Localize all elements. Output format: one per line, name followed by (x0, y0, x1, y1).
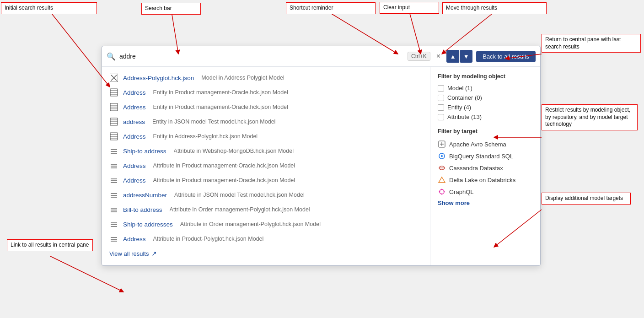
filter-target-delta[interactable]: Delta Lake on Databricks (438, 174, 533, 186)
search-panel: 🔍 Ctrl+K × ▲ ▼ Back to all results (102, 46, 541, 266)
filter-checkbox-entity[interactable] (438, 104, 444, 111)
view-all-arrow-icon: ↗ (151, 250, 157, 257)
attribute-icon (109, 161, 118, 170)
result-name: Ship-to addresses (123, 221, 173, 228)
result-name: Address (123, 177, 146, 184)
svg-point-59 (441, 189, 443, 190)
annotation-shortcut-reminder: Shortcut reminder (286, 2, 376, 14)
nav-up-button[interactable]: ▲ (446, 50, 459, 63)
filter-item-container[interactable]: Container (0) (438, 93, 533, 102)
nav-btn-group: ▲ ▼ (446, 50, 472, 63)
show-more-button[interactable]: Show more (438, 198, 470, 208)
result-item[interactable]: Address Attribute in Product management-… (102, 158, 430, 173)
shortcut-badge: Ctrl+K (408, 52, 430, 61)
result-name: Address-Polyglot.hck.json (123, 75, 194, 81)
search-body: Address-Polyglot.hck.json Model in Addre… (102, 67, 540, 265)
graphql-icon (438, 188, 446, 196)
result-name: address (123, 119, 145, 125)
attribute-icon (109, 205, 118, 214)
result-desc: Attribute in JSON model Test model.hck.j… (174, 192, 305, 198)
result-desc: Entity in Address-Polyglot.hck.json Mode… (153, 133, 258, 140)
filter-checkbox-container[interactable] (438, 95, 444, 101)
filter-by-target-section: Filter by target Apache Avro Schema (438, 128, 533, 208)
filter-target-cassandra[interactable]: Cassandra Datastax (438, 162, 533, 174)
result-desc: Attribute in Product management-Oracle.h… (153, 162, 295, 169)
bigquery-icon (438, 152, 446, 160)
clear-input-button[interactable]: × (434, 51, 443, 61)
entity-icon (109, 88, 118, 97)
search-icon: 🔍 (107, 52, 116, 61)
result-desc: Entity in Product management-Oracle.hck.… (153, 89, 288, 96)
filter-item-attribute[interactable]: Attribute (13) (438, 112, 533, 122)
result-name: Address (123, 162, 146, 169)
svg-marker-57 (439, 177, 445, 183)
filter-label-entity: Entity (4) (447, 104, 471, 111)
cassandra-icon (438, 164, 446, 172)
attribute-icon (109, 146, 118, 156)
filter-object-title: Filter by modeling object (438, 73, 533, 80)
filter-item-model[interactable]: Model (1) (438, 83, 533, 93)
svg-point-60 (441, 194, 443, 195)
result-name: Address (123, 133, 146, 140)
filter-checkbox-model[interactable] (438, 85, 444, 92)
search-input[interactable] (119, 53, 404, 60)
back-to-all-results-button[interactable]: Back to all results (476, 51, 536, 62)
svg-line-0 (50, 12, 110, 87)
delta-icon (438, 176, 446, 184)
result-item[interactable]: Bill-to address Attribute in Order manag… (102, 202, 430, 217)
filter-item-entity[interactable]: Entity (4) (438, 102, 533, 112)
annotation-return-to-central: Return to central pane with last search … (542, 34, 641, 53)
result-name: Address (123, 104, 146, 111)
target-label-avro: Apache Avro Schema (449, 141, 506, 148)
result-item[interactable]: Address Attribute in Product management-… (102, 173, 430, 188)
result-item[interactable]: addressNumber Attribute in JSON model Te… (102, 188, 430, 202)
svg-point-61 (439, 191, 440, 193)
view-all-results-link[interactable]: View all results ↗ (102, 246, 430, 262)
filter-target-title: Filter by target (438, 128, 533, 135)
result-item[interactable]: Ship-to addresses Attribute in Order man… (102, 217, 430, 232)
svg-point-62 (444, 191, 445, 193)
annotation-move-through-results: Move through results (442, 2, 547, 14)
target-label-bigquery: BigQuery Standard SQL (449, 153, 513, 160)
filter-target-avro[interactable]: Apache Avro Schema (438, 138, 533, 150)
filter-checkbox-attribute[interactable] (438, 114, 444, 120)
result-item[interactable]: Address-Polyglot.hck.json Model in Addre… (102, 70, 430, 85)
attribute-icon (109, 176, 118, 185)
target-label-delta: Delta Lake on Databricks (449, 177, 515, 183)
attribute-icon (109, 234, 118, 243)
result-item[interactable]: Address Entity in Product management-Ora… (102, 100, 430, 114)
entity-icon (109, 117, 118, 126)
model-icon (109, 73, 118, 82)
result-desc: Attribute in Order management-Polyglot.h… (170, 206, 310, 213)
filter-by-object-section: Filter by modeling object Model (1) Cont… (438, 73, 533, 122)
annotation-search-bar: Search bar (141, 3, 201, 15)
annotation-display-additional: Display additional model targets (542, 193, 631, 205)
result-item[interactable]: address Entity in JSON model Test model.… (102, 114, 430, 129)
nav-down-button[interactable]: ▼ (460, 50, 472, 63)
annotation-clear-input: Clear input (380, 2, 439, 14)
annotation-initial-search-results: Initial search results (1, 2, 97, 14)
result-item[interactable]: Address Entity in Address-Polyglot.hck.j… (102, 129, 430, 144)
result-desc: Entity in Product management-Oracle.hck.… (153, 104, 288, 110)
annotation-restrict-results: Restrict results by modeling object, by … (542, 104, 638, 130)
target-label-cassandra: Cassandra Datastax (449, 165, 503, 172)
result-desc: Attribute in Order management-Polyglot.h… (180, 221, 321, 227)
avro-icon (438, 140, 446, 148)
result-name: addressNumber (123, 192, 167, 199)
filter-target-graphql[interactable]: GraphQL (438, 186, 533, 198)
target-label-graphql: GraphQL (449, 189, 473, 195)
result-name: Address (123, 89, 146, 96)
filter-label-attribute: Attribute (13) (447, 113, 482, 120)
result-item[interactable]: Address Entity in Product management-Ora… (102, 85, 430, 100)
result-item[interactable]: Address Attribute in Product-Polyglot.hc… (102, 232, 430, 246)
result-name: Bill-to address (123, 206, 162, 213)
filter-target-bigquery[interactable]: BigQuery Standard SQL (438, 150, 533, 162)
result-name: Ship-to address (123, 148, 166, 155)
svg-point-54 (441, 155, 443, 157)
result-item[interactable]: Ship-to address Attribute in Webshop-Mon… (102, 144, 430, 158)
result-name: Address (123, 236, 146, 243)
entity-icon (109, 132, 118, 141)
annotation-link-to-all: Link to all results in central pane (7, 239, 93, 251)
result-desc: Attribute in Product management-Oracle.h… (153, 177, 295, 183)
search-bar-container: 🔍 Ctrl+K × ▲ ▼ Back to all results (102, 46, 540, 67)
